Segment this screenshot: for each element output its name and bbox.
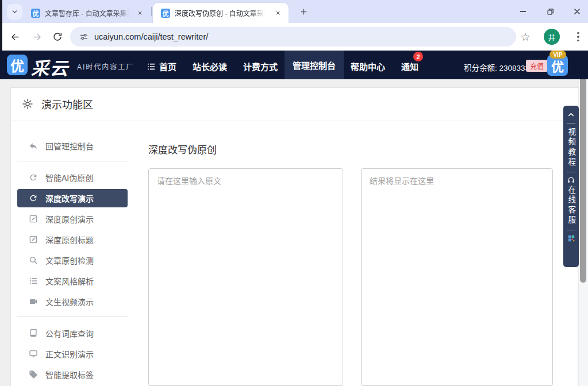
gear-icon bbox=[22, 98, 33, 110]
sidebar-item-style-analysis[interactable]: 文案风格解析 bbox=[17, 271, 128, 291]
site-tagline: AI时代内容工厂 bbox=[77, 61, 134, 71]
tab-search-button[interactable] bbox=[7, 4, 22, 20]
points-balance: 积分余额: 2308333 bbox=[464, 61, 529, 73]
sidebar-item-deep-rewrite-demo-active[interactable]: 深度改写演示 bbox=[17, 189, 128, 207]
monitor-icon bbox=[29, 349, 38, 358]
site-logo-name[interactable]: 采云 bbox=[31, 54, 69, 80]
close-icon bbox=[137, 10, 143, 16]
panel-collapse-button[interactable] bbox=[567, 110, 575, 119]
nav-item-notifications[interactable]: 通知 bbox=[401, 60, 418, 72]
reload-button[interactable] bbox=[51, 30, 64, 44]
nav-item-pricing[interactable]: 计费方式 bbox=[243, 60, 278, 72]
nav-item-help-center[interactable]: 帮助中心 bbox=[351, 60, 385, 72]
restore-icon bbox=[546, 7, 555, 16]
reply-icon bbox=[29, 141, 38, 150]
sidebar-item-tag-extraction[interactable]: 智能提取标签 bbox=[17, 364, 128, 385]
headset-icon bbox=[567, 176, 575, 184]
nav-item-home[interactable]: 首页 bbox=[147, 60, 176, 72]
close-icon bbox=[572, 7, 582, 16]
site-logo[interactable]: 优 bbox=[7, 55, 28, 75]
panel-divider bbox=[567, 172, 575, 172]
window-restore-button[interactable] bbox=[543, 6, 558, 17]
sidebar-item-text-to-video[interactable]: 文生视频演示 bbox=[17, 291, 128, 312]
refresh-icon bbox=[29, 194, 38, 203]
reload-icon bbox=[52, 32, 63, 42]
sidebar-item-deep-original-demo[interactable]: 深度原创演示 bbox=[17, 209, 128, 229]
section-title: 深度改写伪原创 bbox=[148, 142, 217, 156]
back-button[interactable] bbox=[8, 30, 22, 44]
tab-close-button[interactable] bbox=[273, 8, 283, 18]
minimize-icon bbox=[518, 7, 528, 16]
sidebar-item-originality-check[interactable]: 文章原创检测 bbox=[17, 250, 128, 271]
demo-sidebar: 回管理控制台 智能AI伪原创 深度改写演示 深度原创演示 深度原创标题 文章原创… bbox=[17, 136, 128, 385]
tab-title: 文章暂存库 - 自动文章采集器- bbox=[45, 8, 130, 18]
sidebar-item-back-to-console[interactable]: 回管理控制台 bbox=[17, 136, 128, 156]
notification-badge: 2 bbox=[413, 52, 423, 61]
tab-favicon: 优 bbox=[161, 9, 170, 18]
arrow-left-icon bbox=[10, 32, 21, 43]
tune-icon[interactable] bbox=[79, 32, 89, 41]
plus-icon bbox=[299, 7, 308, 16]
card-header: 演示功能区 bbox=[10, 87, 578, 121]
video-tutorial-button[interactable]: 视频教程 bbox=[567, 128, 575, 168]
refresh-icon bbox=[29, 173, 38, 182]
close-icon bbox=[275, 10, 281, 16]
panel-divider bbox=[567, 123, 575, 123]
tab-favicon: 优 bbox=[31, 9, 40, 18]
tab-close-button[interactable] bbox=[135, 8, 145, 18]
new-tab-button[interactable] bbox=[297, 5, 310, 18]
edit-icon bbox=[29, 235, 38, 244]
tab-title: 深度改写伪原创 - 自动文章采集 bbox=[175, 8, 266, 18]
window-minimize-button[interactable] bbox=[516, 6, 531, 17]
sidebar-item-ai-rewrite[interactable]: 智能AI伪原创 bbox=[17, 167, 128, 188]
browser-menu-button[interactable] bbox=[573, 31, 583, 43]
browser-profile-avatar[interactable]: 井 bbox=[544, 29, 560, 45]
window-close-button[interactable] bbox=[570, 6, 585, 17]
result-output-box: 结果将显示在这里 bbox=[361, 168, 553, 386]
recharge-button[interactable]: 充值 bbox=[526, 60, 548, 72]
list-ol-icon bbox=[29, 276, 38, 285]
source-text-input[interactable] bbox=[148, 168, 343, 386]
arrow-right-icon bbox=[32, 32, 43, 43]
search-icon bbox=[29, 256, 38, 265]
video-icon bbox=[29, 297, 38, 306]
panel-divider bbox=[567, 230, 575, 230]
tag-icon bbox=[29, 370, 38, 379]
page-title: 演示功能区 bbox=[41, 96, 93, 111]
chevron-down-icon bbox=[11, 8, 18, 16]
qr-code-icon[interactable] bbox=[567, 234, 575, 242]
forward-button[interactable] bbox=[30, 30, 44, 44]
tab-separator bbox=[151, 7, 152, 16]
url-text[interactable]: ucaiyun.com/caiji/test_rewriter/ bbox=[94, 32, 208, 41]
sidebar-divider bbox=[17, 316, 128, 317]
bookmark-star-button[interactable]: ☆ bbox=[519, 30, 532, 43]
sidebar-divider bbox=[17, 161, 128, 161]
browser-tab-1[interactable]: 优 文章暂存库 - 自动文章采集器- bbox=[25, 3, 151, 23]
list-icon bbox=[147, 62, 156, 71]
browser-tab-2-active[interactable]: 优 深度改写伪原创 - 自动文章采集 bbox=[153, 3, 289, 23]
window-edge bbox=[0, 0, 2, 51]
sidebar-item-deep-original-title[interactable]: 深度原创标题 bbox=[17, 229, 128, 250]
sidebar-item-public-lexicon[interactable]: 公有词库查询 bbox=[17, 323, 128, 343]
vip-badge: VIP bbox=[549, 51, 566, 59]
edit-icon bbox=[29, 214, 38, 223]
scrollbar-thumb[interactable] bbox=[580, 61, 586, 283]
sidebar-item-body-recognition[interactable]: 正文识别演示 bbox=[17, 343, 128, 364]
chevron-up-icon bbox=[567, 110, 575, 119]
book-icon bbox=[29, 329, 38, 338]
online-service-button[interactable]: 在线客服 bbox=[567, 186, 575, 226]
floating-side-panel: 视频教程 在线客服 bbox=[563, 106, 579, 267]
nav-item-admin-console-active[interactable]: 管理控制台 bbox=[285, 51, 344, 79]
nav-item-must-read[interactable]: 站长必读 bbox=[193, 60, 227, 72]
address-bar[interactable]: ucaiyun.com/caiji/test_rewriter/ bbox=[70, 27, 516, 47]
